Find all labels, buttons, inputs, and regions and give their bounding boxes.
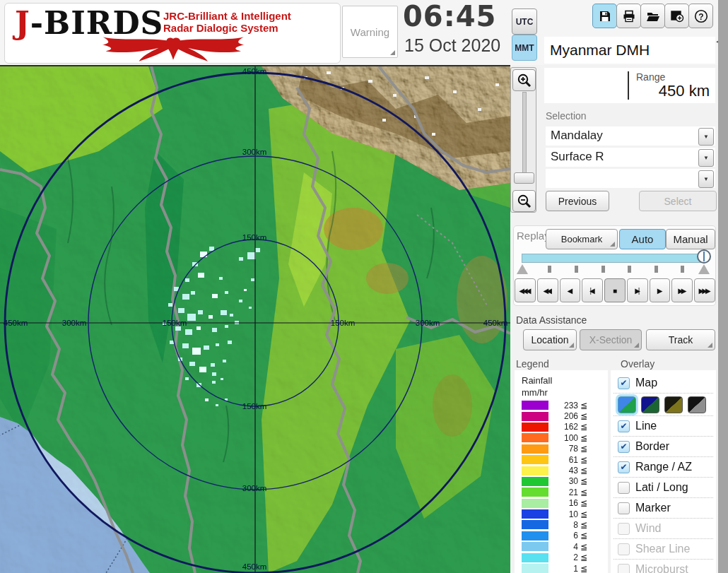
legend-value: 162 [548,422,578,432]
overlay-item-label: Shear Line [635,543,690,555]
legend-operator: ≦ [580,509,587,519]
legend-row: 6≦ [515,531,608,541]
previous-button[interactable]: Previous [546,191,609,211]
location-button[interactable]: Location [523,329,577,350]
overlay-item-range-az[interactable]: ✔ Range / AZ [613,456,713,477]
track-button[interactable]: Track [646,329,715,350]
legend-value: 4 [548,542,578,552]
save-button[interactable] [592,4,617,28]
playback-rewind-button[interactable]: ◀◀ [537,278,558,302]
legend-color-swatch [522,564,548,573]
legend-row: 4≦ [515,541,608,552]
legend-operator: ≦ [580,401,587,410]
map-style-swatch-1[interactable] [618,396,636,413]
chevron-down-icon[interactable]: ▼ [698,128,714,146]
playback-skip-end-button[interactable]: ▶| [627,278,648,302]
playback-play-button[interactable]: ▶ [650,278,671,302]
legend-operator: ≦ [580,542,587,552]
legend-color-swatch [522,499,548,508]
auto-mode-button[interactable]: Auto [619,229,666,249]
overlay-item-line[interactable]: ✔ Line [613,415,713,436]
legend-color-swatch [522,542,548,551]
help-button[interactable]: ? [688,4,713,28]
manual-mode-button[interactable]: Manual [666,229,715,249]
eagle-logo-icon [23,36,323,63]
overlay-panel: ✔ Map ✔ Line ✔ Border ✔ Range / AZ Lati … [611,370,716,573]
overlay-item-map[interactable]: ✔ Map [613,373,713,393]
open-folder-icon [646,9,660,23]
svg-text:150km: 150km [163,319,187,327]
printer-icon [622,9,636,23]
playback-step-back-button[interactable]: ◀ [560,278,581,302]
checkbox-map[interactable]: ✔ [618,377,630,389]
overlay-item-label: Marker [635,502,671,514]
playback-stop-button[interactable]: ■ [604,278,626,302]
select-button[interactable]: Select [639,191,717,211]
x-section-button[interactable]: X-Section [580,329,642,350]
overlay-item-microburst: Microburst [613,559,713,573]
zoom-slider-track[interactable] [522,92,527,184]
legend-color-swatch [522,455,548,464]
map-style-swatch-2[interactable] [641,396,659,413]
checkbox-shear-line [618,543,630,555]
legend-color-swatch [522,466,548,475]
warning-button[interactable]: Warning [342,6,398,58]
legend-value: 100 [548,433,578,443]
legend-value: 2 [548,553,578,562]
check-icon: ✔ [620,421,627,431]
timeline-start-marker[interactable] [517,264,528,274]
zoom-in-button[interactable] [512,69,536,91]
menu-corner-icon [708,343,712,348]
range-divider [628,71,629,100]
legend-operator: ≦ [580,498,587,508]
legend-row: 206≦ [515,410,608,421]
zoom-out-button[interactable] [512,190,536,212]
chevron-down-icon[interactable]: ▼ [698,170,714,188]
option-dropdown[interactable]: ▼ [546,169,715,188]
timezone-mmt-button[interactable]: MMT [512,35,537,61]
zoom-slider-handle[interactable] [514,172,534,184]
overlay-item-label: Border [635,440,669,453]
checkbox-marker[interactable] [618,502,630,514]
range-label: Range [636,71,665,83]
timezone-utc-button[interactable]: UTC [512,8,537,35]
legend-row: 30≦ [515,476,608,487]
timeline-tick [654,266,658,273]
chevron-down-icon[interactable]: ▼ [698,149,714,167]
logo-subtitle-line1: JRC-Brilliant & Intelligent [163,10,291,22]
check-icon: ✔ [620,378,627,388]
map-style-swatch-3[interactable] [664,396,683,413]
site-dropdown[interactable]: Mandalay ▼ [546,126,715,146]
overlay-item-border[interactable]: ✔ Border [613,436,713,456]
capture-button[interactable] [664,4,689,28]
bookmark-button[interactable]: Bookmark [546,229,618,249]
map-style-swatch-4[interactable] [688,396,706,413]
overlay-item-marker[interactable]: Marker [613,497,713,518]
checkbox-range-az[interactable]: ✔ [618,461,630,473]
print-button[interactable] [616,4,641,28]
playback-skip-start-button[interactable]: |◀ [582,278,603,302]
product-dropdown[interactable]: Surface R ▼ [546,148,715,167]
overlay-item-lati-long[interactable]: Lati / Long [613,477,713,497]
replay-timeline-handle[interactable] [697,249,711,264]
playback-forward-button[interactable]: ▶▶ [671,278,693,302]
svg-text:450km: 450km [483,319,508,327]
checkbox-line[interactable]: ✔ [618,420,630,432]
checkbox-lati-long[interactable] [618,482,630,494]
checkbox-border[interactable]: ✔ [618,441,630,453]
legend-panel: Rainfall mm/hr 233≦206≦162≦100≦78≦61≦43≦… [515,370,608,573]
svg-text:300km: 300km [62,319,87,327]
replay-timeline-track[interactable] [522,254,707,263]
svg-text:?: ? [698,11,703,21]
radar-map-display[interactable]: 450km 300km 150km 150km 300km 450km 450k… [0,65,510,573]
legend-color-swatch [522,412,548,421]
open-file-button[interactable] [640,4,665,28]
timeline-end-marker[interactable] [698,264,710,274]
legend-section-label: Legend [516,358,549,370]
legend-row: 8≦ [515,519,608,530]
playback-forward-fast-button[interactable]: ▶▶▶ [694,278,715,302]
legend-title-rainfall: Rainfall [522,375,552,386]
legend-row: 16≦ [515,498,608,509]
playback-rewind-fast-button[interactable]: ◀◀◀ [515,278,536,302]
legend-color-swatch [522,444,548,454]
